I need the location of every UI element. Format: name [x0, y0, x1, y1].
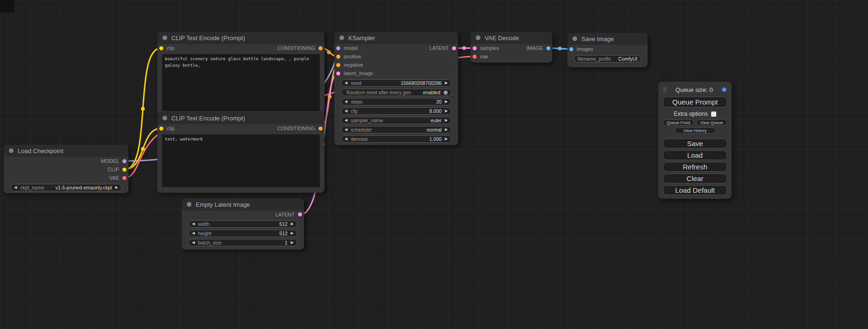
images-input-port[interactable]	[569, 47, 573, 51]
decrement-arrow-icon[interactable]: ◀	[345, 109, 347, 113]
node-titlebar[interactable]: CLIP Text Encode (Prompt)	[157, 32, 325, 44]
decrement-arrow-icon[interactable]: ◀	[345, 128, 347, 132]
seed-widget[interactable]: ◀ seed 156680208700286 ▶	[341, 79, 452, 87]
input-label-samples: samples	[480, 45, 499, 51]
positive-prompt-textarea[interactable]: beautiful scenery nature glass bottle la…	[162, 54, 320, 111]
latent-output-port[interactable]	[452, 46, 456, 50]
vae-input-port[interactable]	[473, 55, 477, 59]
latent-output-port[interactable]	[298, 212, 302, 217]
collapse-dot-icon[interactable]	[339, 35, 344, 40]
negative-prompt-textarea[interactable]: text, watermark	[162, 134, 320, 187]
queue-prompt-button[interactable]: Queue Prompt	[663, 97, 727, 107]
cfg-widget[interactable]: ◀ cfg 8.000 ▶	[341, 107, 452, 115]
toggle-dot-icon[interactable]	[444, 91, 448, 95]
node-title: KSampler	[348, 35, 375, 42]
extra-options-checkbox[interactable]	[711, 112, 716, 117]
decrement-arrow-icon[interactable]: ◀	[192, 222, 195, 226]
height-widget[interactable]: ◀ height 512 ▶	[188, 230, 297, 237]
clip-output-port[interactable]	[122, 168, 127, 172]
node-titlebar[interactable]: CLIP Text Encode (Prompt)	[157, 112, 325, 124]
positive-input-port[interactable]	[336, 55, 340, 59]
input-label-clip: clip	[167, 126, 175, 131]
vae-output-port[interactable]	[122, 176, 127, 180]
output-label-model: MODEL	[101, 158, 119, 164]
node-load-checkpoint[interactable]: Load Checkpoint MODEL CLIP VAE	[4, 145, 128, 193]
node-title: CLIP Text Encode (Prompt)	[171, 35, 245, 42]
model-output-port[interactable]	[122, 159, 127, 163]
collapse-dot-icon[interactable]	[162, 35, 167, 40]
increment-arrow-icon[interactable]: ▶	[291, 241, 294, 245]
node-vae-decode[interactable]: VAE Decode samples IMAGE vae	[471, 32, 552, 63]
input-label-model: model	[344, 45, 358, 51]
increment-arrow-icon[interactable]: ▶	[445, 100, 448, 104]
conditioning-output-port[interactable]	[318, 46, 323, 50]
node-titlebar[interactable]: Load Checkpoint	[4, 145, 128, 157]
node-save-image[interactable]: Save Image images filename_prefix ComfyU…	[567, 33, 648, 67]
comfy-menu-panel[interactable]: ⣿ Queue size: 0 ✱ Queue Prompt Extra opt…	[658, 82, 732, 199]
decrement-arrow-icon[interactable]: ◀	[345, 137, 347, 141]
node-clip-text-encode-negative[interactable]: CLIP Text Encode (Prompt) clip CONDITION…	[157, 112, 325, 193]
increment-arrow-icon[interactable]: ▶	[445, 81, 448, 85]
collapse-dot-icon[interactable]	[476, 35, 480, 40]
load-default-button[interactable]: Load Default	[663, 185, 727, 195]
random-seed-toggle[interactable]: Random seed after every gen enabled	[341, 89, 452, 96]
decrement-arrow-icon[interactable]: ◀	[345, 119, 347, 122]
ckpt-name-widget[interactable]: ◀ ckpt_name v1-5-pruned-emaonly.ckpt ▶	[10, 184, 122, 191]
clip-input-port[interactable]	[159, 46, 163, 50]
increment-arrow-icon[interactable]: ▶	[445, 128, 448, 132]
increment-arrow-icon[interactable]: ▶	[445, 137, 448, 141]
view-history-button[interactable]: View History	[675, 127, 716, 133]
width-widget[interactable]: ◀ width 512 ▶	[188, 220, 297, 228]
conditioning-output-port[interactable]	[318, 126, 323, 131]
node-empty-latent-image[interactable]: Empty Latent Image LATENT ◀ width 512 ▶ …	[182, 198, 304, 250]
node-clip-text-encode-positive[interactable]: CLIP Text Encode (Prompt) clip CONDITION…	[157, 32, 325, 116]
increment-arrow-icon[interactable]: ▶	[445, 119, 448, 122]
node-titlebar[interactable]: Save Image	[567, 33, 648, 45]
increment-arrow-icon[interactable]: ▶	[115, 186, 118, 189]
clip-input-port[interactable]	[159, 126, 163, 131]
increment-arrow-icon[interactable]: ▶	[291, 222, 294, 226]
comfyui-app: CLIP Text Encode (Prompt) clip CONDITION…	[0, 0, 868, 329]
node-titlebar[interactable]: Empty Latent Image	[182, 198, 304, 210]
decrement-arrow-icon[interactable]: ◀	[192, 241, 195, 245]
scheduler-widget[interactable]: ◀ scheduler normal ▶	[341, 126, 452, 133]
sampler-name-widget[interactable]: ◀ sampler_name euler ▶	[341, 117, 452, 124]
decrement-arrow-icon[interactable]: ◀	[345, 81, 347, 85]
node-ksampler[interactable]: KSampler model LATENT positive	[334, 32, 458, 145]
collapse-dot-icon[interactable]	[187, 202, 191, 207]
filename-prefix-widget[interactable]: filename_prefix ComfyUI	[574, 55, 641, 63]
input-label-vae: vae	[480, 54, 488, 59]
negative-input-port[interactable]	[336, 63, 340, 67]
settings-gear-icon[interactable]: ✱	[721, 86, 727, 93]
save-button[interactable]: Save	[663, 139, 727, 148]
collapse-dot-icon[interactable]	[572, 36, 577, 41]
clear-button[interactable]: Clear	[663, 174, 727, 183]
decrement-arrow-icon[interactable]: ◀	[14, 186, 17, 189]
model-input-port[interactable]	[336, 46, 340, 50]
batch-size-widget[interactable]: ◀ batch_size 1 ▶	[188, 239, 297, 246]
latent-image-input-port[interactable]	[336, 71, 340, 76]
collapse-dot-icon[interactable]	[162, 116, 167, 120]
increment-arrow-icon[interactable]: ▶	[445, 109, 448, 113]
node-title: Load Checkpoint	[18, 147, 64, 154]
increment-arrow-icon[interactable]: ▶	[291, 231, 294, 235]
input-label-clip: clip	[167, 45, 175, 51]
image-output-port[interactable]	[546, 46, 550, 50]
node-titlebar[interactable]: KSampler	[334, 32, 458, 44]
node-titlebar[interactable]: VAE Decode	[471, 32, 552, 44]
collapse-dot-icon[interactable]	[9, 148, 14, 153]
samples-input-port[interactable]	[473, 46, 477, 50]
menu-header: ⣿ Queue size: 0 ✱	[663, 85, 727, 94]
output-label-image: IMAGE	[527, 45, 543, 51]
denoise-widget[interactable]: ◀ denoise 1.000 ▶	[341, 135, 452, 143]
decrement-arrow-icon[interactable]: ◀	[345, 100, 347, 104]
output-label-latent: LATENT	[430, 45, 449, 51]
refresh-button[interactable]: Refresh	[663, 162, 727, 172]
steps-widget[interactable]: ◀ steps 20 ▶	[341, 98, 452, 105]
drag-handle-icon[interactable]: ⣿	[663, 87, 667, 93]
load-button[interactable]: Load	[663, 150, 727, 160]
canvas-corner	[0, 0, 14, 13]
view-queue-button[interactable]: View Queue	[696, 119, 727, 126]
queue-front-button[interactable]: Queue Front	[663, 119, 694, 126]
decrement-arrow-icon[interactable]: ◀	[192, 231, 195, 235]
